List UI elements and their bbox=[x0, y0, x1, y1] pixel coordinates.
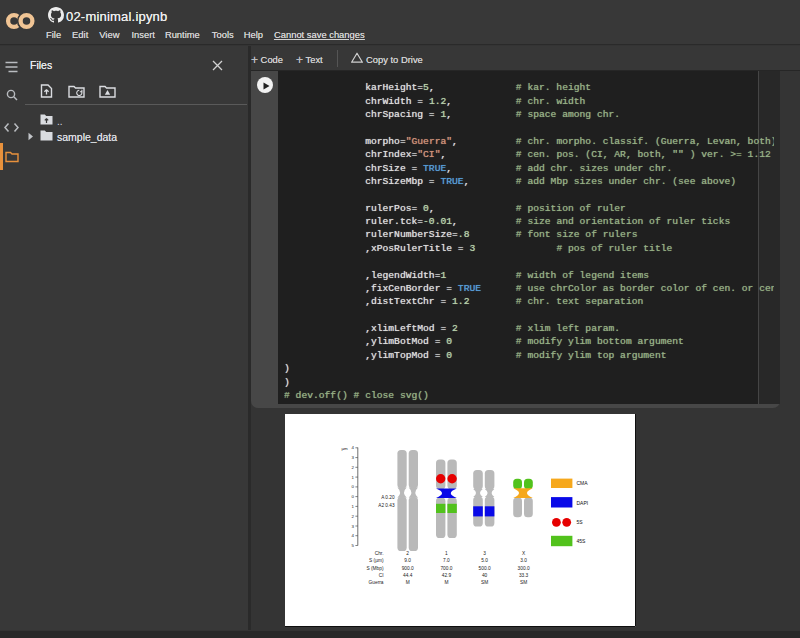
svg-text:700.0: 700.0 bbox=[440, 566, 452, 571]
svg-text:5.0: 5.0 bbox=[481, 558, 488, 563]
svg-text:5S: 5S bbox=[577, 519, 584, 525]
svg-text:45S: 45S bbox=[577, 538, 587, 544]
svg-text:9.0: 9.0 bbox=[404, 558, 411, 563]
svg-text:S (µm): S (µm) bbox=[369, 558, 384, 563]
svg-text:900.0: 900.0 bbox=[402, 566, 414, 571]
svg-text:M: M bbox=[444, 580, 448, 585]
svg-text:500.0: 500.0 bbox=[479, 566, 491, 571]
svg-text:A 0.20: A 0.20 bbox=[381, 495, 395, 500]
svg-text:M: M bbox=[406, 580, 410, 585]
svg-text:7.0: 7.0 bbox=[443, 558, 450, 563]
svg-text:SM: SM bbox=[481, 580, 488, 585]
svg-text:S (Mbp): S (Mbp) bbox=[366, 566, 383, 571]
svg-text:3: 3 bbox=[483, 551, 486, 556]
svg-text:44.4: 44.4 bbox=[403, 573, 413, 578]
svg-text:A2 0.43: A2 0.43 bbox=[378, 503, 395, 508]
svg-text:1: 1 bbox=[445, 551, 448, 556]
svg-text:33.3: 33.3 bbox=[519, 573, 529, 578]
svg-text:DAPI: DAPI bbox=[577, 500, 589, 506]
svg-text:300.0: 300.0 bbox=[518, 566, 530, 571]
svg-text:40: 40 bbox=[482, 573, 488, 578]
svg-text:CI: CI bbox=[379, 573, 384, 578]
svg-text:42.9: 42.9 bbox=[442, 573, 452, 578]
svg-text:Chr.: Chr. bbox=[375, 551, 384, 556]
svg-text:3.0: 3.0 bbox=[520, 558, 527, 563]
svg-text:Guerra: Guerra bbox=[369, 580, 384, 585]
svg-text:SM: SM bbox=[520, 580, 527, 585]
svg-text:2: 2 bbox=[406, 551, 409, 556]
svg-text:CMA: CMA bbox=[577, 480, 589, 486]
svg-text:µm: µm bbox=[342, 446, 349, 451]
